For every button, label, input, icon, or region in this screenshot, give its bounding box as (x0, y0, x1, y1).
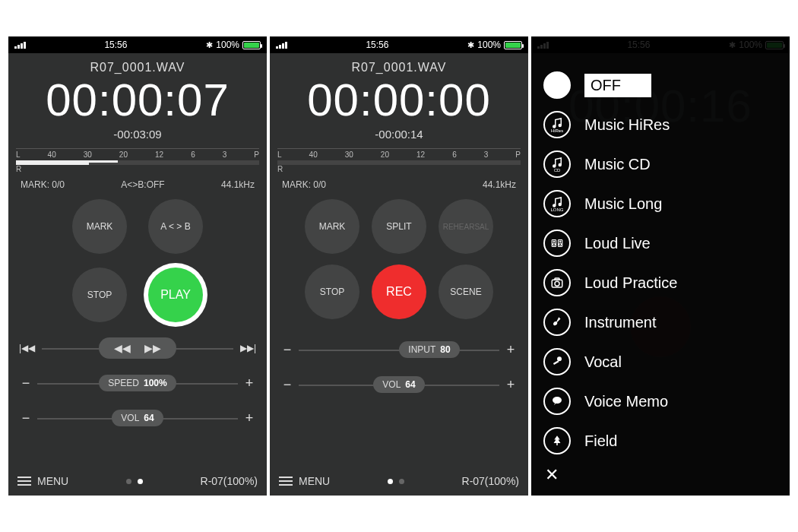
close-button[interactable]: ✕ (545, 465, 559, 485)
vol-label: VOL (382, 379, 401, 390)
scene-item-speakers[interactable]: Loud Live (543, 225, 777, 261)
vol-minus-button[interactable]: − (19, 410, 33, 426)
stop-button[interactable]: STOP (72, 268, 127, 322)
speed-pill[interactable]: SPEED 100% (99, 375, 176, 391)
sample-rate: 44.1kHz (483, 179, 516, 190)
scene-item-blank[interactable]: OFF (543, 67, 777, 103)
speed-slider[interactable]: − SPEED 100% + (19, 372, 256, 394)
rewind-icon[interactable]: ◀◀ (114, 342, 131, 354)
button-row-2: STOP PLAY (8, 268, 267, 322)
sample-rate: 44.1kHz (221, 179, 255, 190)
input-minus-button[interactable]: − (280, 342, 294, 358)
rehearsal-button[interactable]: REHEARSAL (439, 199, 493, 254)
blank-icon (543, 71, 571, 99)
scene-item-mic[interactable]: Vocal (543, 344, 777, 380)
scene-item-label: OFF (591, 77, 621, 93)
mark-status: MARK: 0/0 (282, 179, 326, 190)
bottom-bar: MENU R-07(100%) (270, 467, 528, 496)
mic-icon (543, 348, 571, 375)
signal-icon (14, 41, 26, 49)
speed-label: SPEED (108, 378, 139, 388)
remaining-time: -00:03:09 (8, 128, 267, 141)
play-button[interactable]: PLAY (148, 268, 203, 322)
scene-item-label: Music CD (584, 156, 651, 173)
vol-plus-button[interactable]: + (242, 410, 256, 426)
scene-item-speech[interactable]: Voice Memo (543, 383, 777, 420)
speed-minus-button[interactable]: − (19, 375, 33, 391)
scene-item-camera[interactable]: Loud Practice (543, 264, 777, 301)
vol-plus-button[interactable]: + (504, 377, 518, 393)
input-plus-button[interactable]: + (504, 342, 518, 358)
vol-pill[interactable]: VOL 64 (112, 410, 163, 426)
svg-point-5 (559, 204, 561, 206)
scene-item-label: Voice Memo (584, 393, 668, 410)
speed-plus-button[interactable]: + (242, 375, 256, 391)
menu-button[interactable]: MENU (17, 475, 68, 487)
status-bar: 15:56 ✱ 100% (270, 36, 528, 53)
scene-item-label: Loud Practice (584, 274, 677, 291)
svg-rect-18 (556, 443, 558, 445)
filename: R07_0001.WAV (270, 61, 528, 74)
mark-button[interactable]: MARK (72, 199, 127, 254)
rec-screen: 15:56 ✱ 100% R07_0001.WAV 00:00:00 -00:0… (270, 36, 528, 496)
status-bar: 15:56 ✱ 100% (8, 36, 267, 53)
volume-slider[interactable]: − VOL 64 + (280, 374, 518, 395)
svg-rect-16 (553, 360, 559, 365)
elapsed-time: 00:00:07 (8, 78, 267, 123)
guitar-icon (543, 309, 571, 336)
stop-button[interactable]: STOP (305, 264, 359, 319)
scene-item-label: Music Long (584, 195, 662, 212)
scene-item-music-cd[interactable]: CDMusic CD (543, 146, 777, 182)
speed-value: 100% (144, 378, 167, 388)
scene-item-label: Field (584, 432, 617, 449)
vol-value: 64 (405, 379, 415, 390)
scene-item-music-hires[interactable]: HiResMusic HiRes (543, 106, 777, 143)
menu-label: MENU (37, 475, 68, 487)
hamburger-icon (279, 477, 293, 486)
scene-item-guitar[interactable]: Instrument (543, 304, 777, 340)
seek-pill[interactable]: ◀◀ ▶▶ (99, 337, 176, 359)
level-meter: L 40 30 20 12 6 3 P R (270, 148, 528, 173)
vol-minus-button[interactable]: − (280, 377, 294, 393)
scene-item-music-long[interactable]: LONGMusic Long (543, 185, 777, 222)
svg-point-13 (555, 281, 559, 286)
meter-track-l (16, 160, 259, 165)
volume-slider[interactable]: − VOL 64 + (19, 407, 256, 429)
prev-track-button[interactable]: |◀◀ (19, 343, 35, 353)
music-hires-icon: HiRes (543, 111, 571, 138)
tree-icon (543, 427, 571, 454)
vol-pill[interactable]: VOL 64 (373, 376, 424, 393)
menu-button[interactable]: MENU (279, 475, 330, 487)
scene-item-label: Music HiRes (584, 116, 670, 133)
svg-point-10 (553, 241, 555, 242)
rec-button[interactable]: REC (372, 264, 426, 319)
scene-item-label: Vocal (584, 353, 622, 370)
fastfwd-icon[interactable]: ▶▶ (144, 342, 161, 354)
vol-value: 64 (144, 413, 154, 423)
battery-percent: 100% (216, 40, 239, 50)
ab-button[interactable]: A < > B (148, 199, 203, 254)
music-cd-icon: CD (543, 150, 571, 178)
meter-track-l (277, 160, 521, 165)
status-row: MARK: 0/0 A<>B:OFF 44.1kHz (8, 173, 267, 190)
svg-point-2 (553, 165, 556, 167)
split-button[interactable]: SPLIT (372, 199, 426, 254)
next-track-button[interactable]: ▶▶| (240, 343, 256, 353)
scene-item-tree[interactable]: Field (543, 423, 777, 459)
filename: R07_0001.WAV (8, 61, 267, 74)
hamburger-icon (17, 477, 31, 486)
camera-icon (543, 269, 571, 296)
vol-label: VOL (121, 413, 139, 423)
scene-list: OFFHiResMusic HiResCDMusic CDLONGMusic L… (531, 67, 790, 459)
mark-button[interactable]: MARK (305, 199, 359, 254)
level-meter: L 40 30 20 12 6 3 P R (8, 148, 267, 173)
input-pill[interactable]: INPUT 80 (399, 341, 459, 358)
elapsed-time: 00:00:00 (270, 78, 528, 123)
status-time: 15:56 (366, 40, 388, 50)
button-row-2: STOP REC SCENE (270, 264, 528, 319)
svg-point-4 (553, 204, 556, 207)
svg-point-9 (559, 243, 562, 245)
input-slider[interactable]: − INPUT 80 + (280, 339, 518, 360)
scene-button[interactable]: SCENE (439, 264, 493, 319)
meter-r-label: R (16, 165, 259, 173)
